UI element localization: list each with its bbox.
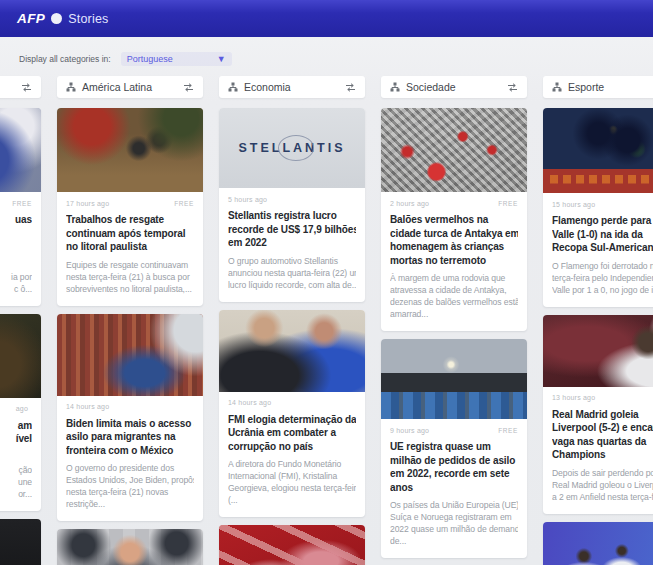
story-title[interactable]: Balões vermelhos na cidade turca de Anta… bbox=[390, 213, 518, 267]
access-badge: FREE bbox=[498, 427, 518, 434]
story-excerpt: O grupo automotivo Stellantis anunciou n… bbox=[228, 255, 356, 291]
story-image[interactable] bbox=[381, 108, 527, 192]
column-header[interactable]: Esporte bbox=[543, 76, 653, 98]
category-icon bbox=[390, 82, 400, 92]
swap-icon[interactable] bbox=[345, 83, 356, 92]
story-image[interactable] bbox=[57, 108, 203, 192]
afp-logo-dot-icon bbox=[51, 13, 62, 24]
timestamp: 9 hours ago bbox=[390, 427, 429, 434]
story-image[interactable] bbox=[219, 525, 365, 565]
story-image[interactable] bbox=[219, 310, 365, 392]
access-badge: FREE bbox=[174, 200, 194, 207]
category-icon bbox=[552, 82, 562, 92]
column-header[interactable]: Economia bbox=[219, 76, 365, 98]
timestamp: 2 hours ago bbox=[390, 200, 429, 207]
column-title: Economia bbox=[244, 81, 339, 93]
access-badge: FREE bbox=[12, 200, 32, 207]
category-column-clipped: FREE uas ia por c ô... ago am ível ção u… bbox=[0, 76, 41, 565]
category-column-economia: Economia STELLANTIS 5 hours ago Stellant… bbox=[219, 76, 365, 565]
story-excerpt: ção une or... bbox=[0, 464, 32, 500]
story-title[interactable]: FMI elogia determinação da Ucrânia em co… bbox=[228, 413, 356, 454]
timestamp: 14 hours ago bbox=[66, 403, 109, 410]
timestamp: 14 hours ago bbox=[228, 399, 271, 406]
afp-stories-app: AFP Stories Display all categories in: P… bbox=[0, 0, 653, 565]
language-selected-value: Portuguese bbox=[127, 54, 173, 64]
story-card[interactable]: STELLANTIS 5 hours ago Stellantis regist… bbox=[219, 108, 365, 302]
story-card[interactable]: 14 hours ago Biden limita mais o acesso … bbox=[57, 314, 203, 522]
story-card[interactable] bbox=[0, 519, 41, 565]
story-card[interactable]: 17 hours ago FREE Trabalhos de resgate c… bbox=[57, 108, 203, 306]
column-title: América Latina bbox=[82, 81, 177, 93]
product-name: Stories bbox=[68, 12, 108, 26]
story-excerpt: O Flamengo foi derrotado nesta terça-fei… bbox=[552, 260, 653, 296]
story-excerpt: Depois de sair perdendo por 2 a 0, o Rea… bbox=[552, 467, 653, 503]
story-card[interactable]: FREE uas ia por c ô... bbox=[0, 108, 41, 306]
afp-logo: AFP bbox=[17, 11, 45, 26]
category-columns: FREE uas ia por c ô... ago am ível ção u… bbox=[0, 76, 653, 565]
story-card[interactable]: 14 hours ago FMI elogia determinação da … bbox=[219, 310, 365, 518]
story-image[interactable] bbox=[543, 522, 653, 565]
story-title[interactable]: Stellantis registra lucro recorde de US$… bbox=[228, 209, 356, 250]
timestamp: 13 hours ago bbox=[552, 394, 595, 401]
column-header[interactable]: Sociedade bbox=[381, 76, 527, 98]
story-image[interactable] bbox=[543, 315, 653, 387]
story-title[interactable]: Biden limita mais o acesso a asilo para … bbox=[66, 417, 194, 458]
swap-icon[interactable] bbox=[183, 83, 194, 92]
story-image-stellantis-logo[interactable]: STELLANTIS bbox=[219, 108, 365, 188]
category-icon bbox=[228, 82, 238, 92]
timestamp: 15 hours ago bbox=[552, 201, 595, 208]
story-card[interactable]: 9 hours ago FREE UE registra quase um mi… bbox=[381, 339, 527, 558]
story-image[interactable] bbox=[57, 529, 203, 565]
timestamp: ago bbox=[16, 405, 28, 412]
story-card[interactable] bbox=[57, 529, 203, 565]
story-card[interactable]: 13 hours ago Real Madrid goleia Liverpoo… bbox=[543, 315, 653, 514]
story-card[interactable]: ago am ível ção une or... bbox=[0, 314, 41, 512]
category-filter-row: Display all categories in: Portuguese ▼ bbox=[19, 52, 232, 66]
story-excerpt: Os países da União Europeia (UE), Suíça … bbox=[390, 499, 518, 547]
story-excerpt: Equipes de resgate continuavam nesta ter… bbox=[66, 259, 194, 295]
stellantis-logo-ring bbox=[278, 135, 314, 161]
language-dropdown[interactable]: Portuguese ▼ bbox=[121, 52, 232, 66]
timestamp: 5 hours ago bbox=[228, 196, 267, 203]
story-image[interactable] bbox=[0, 108, 41, 192]
story-title[interactable]: uas bbox=[0, 213, 32, 254]
category-column-esporte: Esporte 15 hours ago Flamengo perde para… bbox=[543, 76, 653, 565]
story-title[interactable]: Flamengo perde para Del Valle (1-0) na i… bbox=[552, 214, 653, 255]
story-image[interactable] bbox=[381, 339, 527, 419]
category-column-america-latina: América Latina 17 hours ago FREE Trabalh… bbox=[57, 76, 203, 565]
top-bar: AFP Stories bbox=[0, 0, 653, 37]
swap-icon[interactable] bbox=[21, 83, 32, 92]
filter-label: Display all categories in: bbox=[19, 54, 111, 64]
access-badge: FREE bbox=[498, 200, 518, 207]
category-column-sociedade: Sociedade 2 hours ago FREE Balões vermel… bbox=[381, 76, 527, 565]
story-title[interactable]: Trabalhos de resgate continuam após temp… bbox=[66, 213, 194, 254]
column-title: Sociedade bbox=[406, 81, 501, 93]
timestamp: 17 hours ago bbox=[66, 200, 109, 207]
story-title[interactable]: UE registra quase um milhão de pedidos d… bbox=[390, 440, 518, 494]
story-card[interactable]: 2 hours ago FREE Balões vermelhos na cid… bbox=[381, 108, 527, 331]
story-title[interactable]: am ível bbox=[0, 419, 32, 460]
story-card[interactable] bbox=[543, 522, 653, 565]
story-image[interactable] bbox=[0, 519, 41, 565]
column-title: Esporte bbox=[568, 81, 653, 93]
story-excerpt: O governo do presidente dos Estados Unid… bbox=[66, 462, 194, 510]
column-header[interactable] bbox=[0, 76, 41, 98]
swap-icon[interactable] bbox=[507, 83, 518, 92]
story-card[interactable] bbox=[219, 525, 365, 565]
story-excerpt: ia por c ô... bbox=[0, 259, 32, 295]
chevron-down-icon: ▼ bbox=[217, 55, 226, 64]
category-icon bbox=[66, 82, 76, 92]
column-header[interactable]: América Latina bbox=[57, 76, 203, 98]
story-image[interactable] bbox=[0, 314, 41, 398]
story-image[interactable] bbox=[543, 108, 653, 193]
story-card[interactable]: 15 hours ago Flamengo perde para Del Val… bbox=[543, 108, 653, 307]
story-image[interactable] bbox=[57, 314, 203, 396]
story-excerpt: A diretora do Fundo Monetário Internacio… bbox=[228, 458, 356, 506]
story-title[interactable]: Real Madrid goleia Liverpool (5-2) e enc… bbox=[552, 408, 653, 462]
story-excerpt: À margem de uma rodovia que atravessa a … bbox=[390, 272, 518, 320]
